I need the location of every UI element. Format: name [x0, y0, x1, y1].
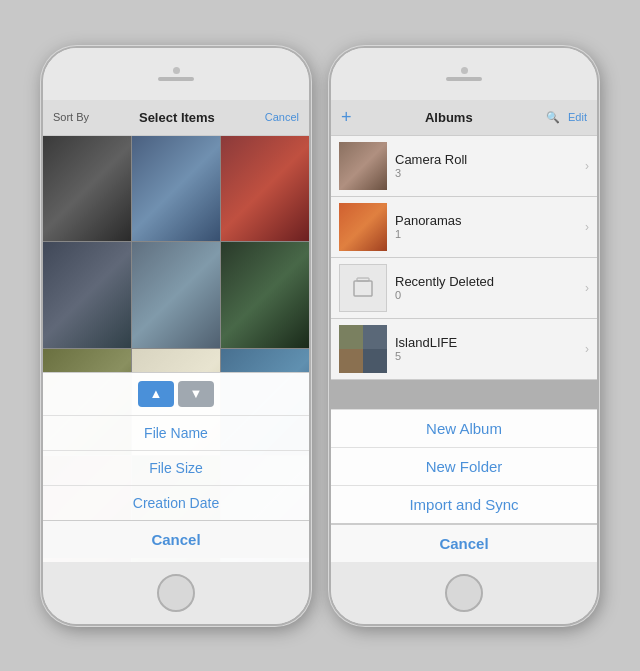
album-count: 5: [395, 350, 577, 362]
add-album-button[interactable]: +: [341, 107, 352, 128]
sort-cancel-button[interactable]: Cancel: [43, 520, 309, 558]
sort-ascending-button[interactable]: ▲: [138, 381, 174, 407]
header-cancel-button[interactable]: Cancel: [265, 111, 299, 123]
sort-by-label[interactable]: Sort By: [53, 111, 89, 123]
left-phone: Sort By Select Items Cancel ▲ ▼ File Nam…: [41, 46, 311, 626]
photo-cell[interactable]: [132, 242, 220, 348]
camera-dot: [173, 67, 180, 74]
album-thumbnail: [339, 325, 387, 373]
album-count: 0: [395, 289, 577, 301]
album-info: Panoramas 1: [395, 213, 577, 240]
select-items-title: Select Items: [139, 110, 215, 125]
camera-dot: [461, 67, 468, 74]
album-count: 1: [395, 228, 577, 240]
header-actions: 🔍 Edit: [546, 111, 587, 124]
album-name: Camera Roll: [395, 152, 577, 167]
sort-filename-option[interactable]: File Name: [43, 415, 309, 450]
chevron-right-icon: ›: [585, 342, 589, 356]
chevron-right-icon: ›: [585, 159, 589, 173]
albums-action-popup: New Album New Folder Import and Sync Can…: [331, 409, 597, 562]
photo-cell[interactable]: [43, 136, 131, 242]
sort-popup: ▲ ▼ File Name File Size Creation Date Ca…: [43, 372, 309, 562]
album-name: Panoramas: [395, 213, 577, 228]
photo-cell[interactable]: [221, 136, 309, 242]
search-button[interactable]: 🔍: [546, 111, 560, 124]
album-name: Recently Deleted: [395, 274, 577, 289]
sort-arrows: ▲ ▼: [138, 381, 214, 407]
album-name: IslandLIFE: [395, 335, 577, 350]
sort-descending-button[interactable]: ▼: [178, 381, 214, 407]
album-info: IslandLIFE 5: [395, 335, 577, 362]
right-phone: + Albums 🔍 Edit Camera Roll 3 ›: [329, 46, 599, 626]
chevron-right-icon: ›: [585, 281, 589, 295]
right-phone-screen: + Albums 🔍 Edit Camera Roll 3 ›: [331, 100, 597, 562]
album-thumbnail: [339, 203, 387, 251]
left-phone-screen: Sort By Select Items Cancel ▲ ▼ File Nam…: [43, 100, 309, 562]
import-sync-button[interactable]: Import and Sync: [331, 485, 597, 523]
sort-filesize-option[interactable]: File Size: [43, 450, 309, 485]
chevron-right-icon: ›: [585, 220, 589, 234]
album-row[interactable]: Camera Roll 3 ›: [331, 136, 597, 197]
sort-creationdate-option[interactable]: Creation Date: [43, 485, 309, 520]
photo-cell[interactable]: [132, 136, 220, 242]
left-phone-top: [43, 48, 309, 100]
home-button[interactable]: [157, 574, 195, 612]
album-row[interactable]: IslandLIFE 5 ›: [331, 319, 597, 380]
speaker: [158, 77, 194, 81]
album-row[interactable]: Panoramas 1 ›: [331, 197, 597, 258]
svg-rect-0: [354, 281, 372, 296]
album-thumbnail: [339, 142, 387, 190]
new-folder-button[interactable]: New Folder: [331, 447, 597, 485]
album-thumbnail: [339, 264, 387, 312]
album-info: Recently Deleted 0: [395, 274, 577, 301]
right-header: + Albums 🔍 Edit: [331, 100, 597, 136]
album-row[interactable]: Recently Deleted 0 ›: [331, 258, 597, 319]
right-phone-bottom: [331, 562, 597, 624]
speaker: [446, 77, 482, 81]
edit-button[interactable]: Edit: [568, 111, 587, 124]
album-info: Camera Roll 3: [395, 152, 577, 179]
photo-cell[interactable]: [221, 242, 309, 348]
new-album-button[interactable]: New Album: [331, 410, 597, 447]
albums-cancel-button[interactable]: Cancel: [331, 523, 597, 562]
albums-title: Albums: [425, 110, 473, 125]
home-button[interactable]: [445, 574, 483, 612]
svg-rect-1: [357, 278, 369, 281]
album-count: 3: [395, 167, 577, 179]
left-phone-bottom: [43, 562, 309, 624]
left-header: Sort By Select Items Cancel: [43, 100, 309, 136]
photo-cell[interactable]: [43, 242, 131, 348]
right-phone-top: [331, 48, 597, 100]
